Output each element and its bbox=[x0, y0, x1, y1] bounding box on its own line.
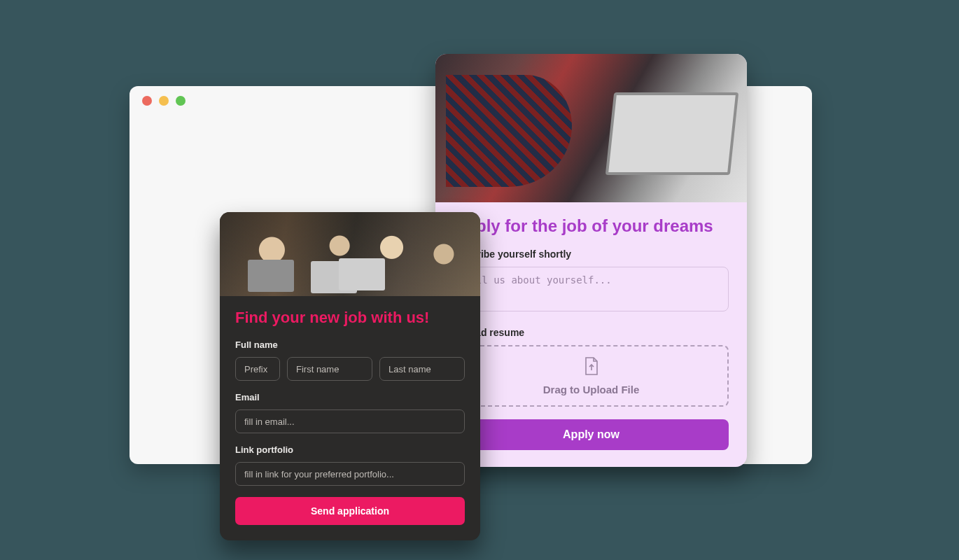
traffic-light-close-icon[interactable] bbox=[142, 96, 152, 106]
apply-now-button[interactable]: Apply now bbox=[454, 419, 729, 450]
resume-dropzone[interactable]: Drag to Upload File bbox=[454, 345, 729, 407]
describe-textarea[interactable] bbox=[454, 267, 729, 312]
send-application-button[interactable]: Send application bbox=[235, 497, 465, 525]
fullname-row bbox=[235, 357, 465, 381]
traffic-light-minimize-icon[interactable] bbox=[159, 96, 169, 106]
card-find-job-hero-image bbox=[220, 212, 480, 296]
file-upload-icon bbox=[583, 356, 600, 378]
last-name-input[interactable] bbox=[379, 357, 465, 381]
prefix-input[interactable] bbox=[235, 357, 280, 381]
portfolio-input[interactable] bbox=[235, 462, 465, 486]
card-find-job: Find your new job with us! Full name Ema… bbox=[220, 212, 480, 540]
fullname-label: Full name bbox=[235, 340, 465, 350]
card-apply-hero-image bbox=[435, 54, 747, 202]
card-apply-body: Apply for the job of your dreams Describ… bbox=[435, 202, 747, 450]
upload-resume-label: Upload resume bbox=[454, 327, 729, 338]
describe-label: Describe yourself shortly bbox=[454, 248, 729, 260]
traffic-light-zoom-icon[interactable] bbox=[176, 96, 186, 106]
card-find-job-title: Find your new job with us! bbox=[235, 309, 465, 327]
email-input[interactable] bbox=[235, 410, 465, 433]
email-label: Email bbox=[235, 392, 465, 402]
dropzone-text: Drag to Upload File bbox=[543, 384, 640, 396]
card-find-job-body: Find your new job with us! Full name Ema… bbox=[220, 296, 480, 525]
card-apply-dreams: Apply for the job of your dreams Describ… bbox=[435, 54, 747, 467]
portfolio-label: Link portfolio bbox=[235, 444, 465, 455]
first-name-input[interactable] bbox=[287, 357, 372, 381]
card-apply-title: Apply for the job of your dreams bbox=[454, 216, 729, 236]
